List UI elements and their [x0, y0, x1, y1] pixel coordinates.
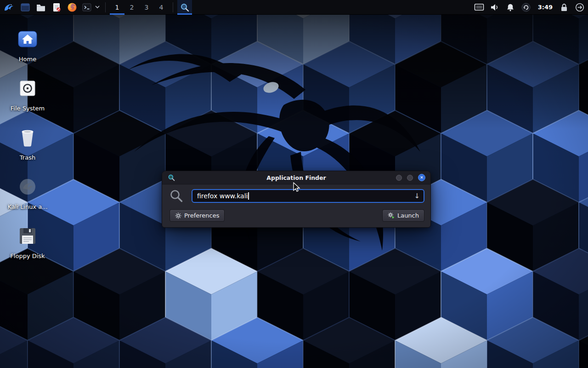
desktop-icon-label: Floppy Disk — [10, 253, 45, 259]
text-cursor — [248, 192, 249, 200]
workspace-4[interactable]: 4 — [154, 0, 169, 15]
kali-disc-icon — [17, 174, 38, 199]
terminal-menu-arrow[interactable] — [94, 0, 101, 15]
logout-button[interactable] — [572, 0, 587, 15]
search-icon — [170, 189, 183, 203]
desktop-icon-file-system[interactable]: File System — [3, 71, 52, 121]
file-manager-button[interactable] — [33, 0, 49, 15]
clock[interactable]: 3:49 — [534, 0, 557, 15]
close-icon: ✕ — [420, 176, 424, 180]
window-controls: ✕ — [396, 174, 430, 181]
panel-tray: 3:49 — [471, 0, 588, 15]
firefox-icon — [67, 2, 78, 13]
window-title: Application Finder — [162, 174, 430, 181]
desktop-icon-list: Home File System Trash — [3, 22, 52, 268]
lock-icon — [560, 3, 568, 12]
volume-tray-button[interactable] — [487, 0, 503, 15]
panel-separator — [173, 2, 173, 12]
desktop-icon-floppy-disk[interactable]: Floppy Disk — [3, 219, 52, 268]
display-tray-button[interactable] — [471, 0, 487, 15]
file-system-icon — [17, 76, 38, 101]
window-app-finder-icon — [168, 174, 175, 181]
home-folder-icon — [17, 27, 38, 52]
desktop-icon-trash[interactable]: Trash — [3, 121, 52, 170]
minimize-button[interactable] — [396, 175, 402, 181]
preferences-button-label: Preferences — [184, 212, 219, 219]
floppy-disk-icon — [17, 224, 38, 248]
preferences-button[interactable]: Preferences — [170, 209, 225, 222]
terminal-icon — [81, 2, 92, 13]
desktop-icon-label: Trash — [20, 154, 35, 161]
desktop-icon-label: File System — [11, 105, 45, 112]
firefox-button[interactable] — [64, 0, 80, 15]
window-button-1[interactable] — [17, 0, 33, 15]
bell-icon — [506, 3, 514, 12]
power-icon — [575, 3, 584, 12]
mouse-cursor — [292, 182, 301, 192]
trash-icon — [18, 125, 37, 150]
desktop-icon-kali-linux[interactable]: Kali Linux a... — [3, 170, 52, 219]
kali-menu-button[interactable] — [0, 0, 17, 15]
app-finder-icon — [180, 3, 189, 12]
history-dropdown-icon[interactable]: ↓ — [414, 193, 420, 200]
launch-run-icon — [388, 212, 395, 219]
desktop-icon-label: Kali Linux a... — [7, 203, 47, 210]
workspace-3[interactable]: 3 — [139, 0, 154, 15]
display-icon — [474, 3, 484, 12]
notifications-tray-button[interactable] — [503, 0, 518, 15]
application-finder-window: Application Finder ✕ firefox www.kali ↓ — [162, 171, 431, 228]
kali-menu-icon — [3, 1, 15, 13]
top-panel: 1 2 3 4 — [0, 0, 588, 15]
volume-icon — [490, 3, 499, 12]
window-icon — [20, 2, 31, 13]
chevron-down-icon — [95, 6, 100, 9]
text-editor-button[interactable] — [49, 0, 64, 15]
launch-button[interactable]: Launch — [382, 209, 424, 222]
panel-separator — [105, 2, 106, 12]
workspace-1[interactable]: 1 — [110, 0, 124, 15]
update-arrow-icon — [521, 3, 531, 12]
search-input-value: firefox www.kali — [197, 192, 248, 200]
desktop-icon-home[interactable]: Home — [3, 22, 52, 71]
launch-button-label: Launch — [397, 212, 419, 219]
terminal-button[interactable] — [80, 0, 94, 15]
text-editor-icon — [51, 2, 62, 13]
workspace-2[interactable]: 2 — [124, 0, 139, 15]
updates-tray-button[interactable] — [518, 0, 534, 15]
maximize-button[interactable] — [407, 175, 413, 181]
gear-icon — [175, 213, 181, 219]
app-finder-window-button[interactable] — [177, 0, 192, 15]
desktop-icon-label: Home — [19, 56, 36, 63]
folder-icon — [35, 2, 46, 13]
workspace-switcher: 1 2 3 4 — [110, 0, 169, 15]
search-input[interactable]: firefox www.kali ↓ — [192, 189, 424, 203]
close-button[interactable]: ✕ — [418, 174, 425, 181]
lock-screen-button[interactable] — [557, 0, 571, 15]
